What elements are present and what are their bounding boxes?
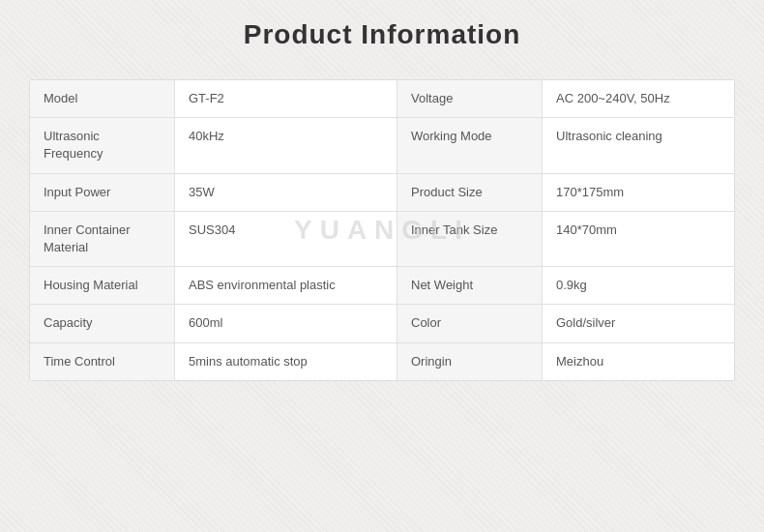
title-bold: Information xyxy=(361,19,520,49)
title-normal: Product xyxy=(244,19,362,49)
cell-value-1-2: Ultrasonic cleaning xyxy=(543,118,734,172)
table-row: Housing Material ABS environmental plast… xyxy=(30,267,734,305)
table-row: Time Control 5mins automatic stop Oringi… xyxy=(30,343,734,380)
cell-label-2-2: Product Size xyxy=(397,174,543,211)
cell-label-1-2: Working Mode xyxy=(397,118,543,172)
cell-value-2-1: 35W xyxy=(175,174,397,211)
page-title: Product Information xyxy=(29,19,735,50)
cell-value-4-2: 0.9kg xyxy=(543,267,734,304)
cell-value-0-2: AC 200~240V, 50Hz xyxy=(543,80,734,117)
cell-label-0-1: Model xyxy=(30,80,175,117)
cell-value-1-1: 40kHz xyxy=(175,118,397,172)
cell-label-4-1: Housing Material xyxy=(30,267,175,304)
product-table: Model GT-F2 Voltage AC 200~240V, 50Hz Ul… xyxy=(29,79,735,381)
cell-value-3-2: 140*70mm xyxy=(543,212,734,266)
cell-label-5-1: Capacity xyxy=(30,305,175,341)
cell-value-2-2: 170*175mm xyxy=(543,174,734,211)
product-table-wrapper: Model GT-F2 Voltage AC 200~240V, 50Hz Ul… xyxy=(29,79,735,381)
cell-value-3-1: SUS304 xyxy=(175,212,397,266)
cell-label-6-1: Time Control xyxy=(30,343,175,380)
page-header: Product Information xyxy=(29,19,735,60)
cell-value-5-1: 600ml xyxy=(175,305,397,341)
table-row: Model GT-F2 Voltage AC 200~240V, 50Hz xyxy=(30,80,734,118)
cell-label-5-2: Color xyxy=(397,305,543,341)
cell-label-6-2: Oringin xyxy=(397,343,543,380)
cell-value-4-1: ABS environmental plastic xyxy=(175,267,397,304)
cell-value-6-1: 5mins automatic stop xyxy=(175,343,397,380)
cell-value-6-2: Meizhou xyxy=(543,343,734,380)
table-row: Input Power 35W Product Size 170*175mm xyxy=(30,174,734,212)
cell-value-5-2: Gold/silver xyxy=(543,305,734,341)
cell-label-3-2: Inner Tank Size xyxy=(397,212,543,266)
cell-label-1-1: Ultrasonic Frequency xyxy=(30,118,175,172)
table-row: Ultrasonic Frequency 40kHz Working Mode … xyxy=(30,118,734,173)
cell-label-0-2: Voltage xyxy=(397,80,543,117)
table-row: Capacity 600ml Color Gold/silver xyxy=(30,305,734,342)
cell-label-4-2: Net Weight xyxy=(397,267,543,304)
table-row: Inner Container Material SUS304 Inner Ta… xyxy=(30,212,734,267)
cell-value-0-1: GT-F2 xyxy=(175,80,397,117)
cell-label-2-1: Input Power xyxy=(30,174,175,211)
page-container: Product Information Model GT-F2 Voltage … xyxy=(0,0,764,532)
cell-label-3-1: Inner Container Material xyxy=(30,212,175,266)
